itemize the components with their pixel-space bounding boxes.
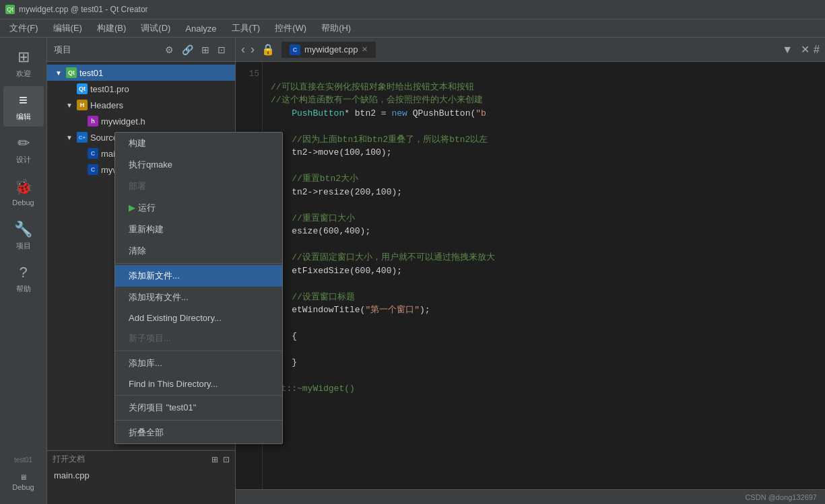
ctx-add-new[interactable]: 添加新文件...	[115, 265, 282, 287]
sidebar-label-edit: 编辑	[16, 112, 31, 122]
sidebar-bottom: test01 🖥 Debug	[0, 455, 46, 504]
open-docs-section: 打开文档 ⊞ ⊡ main.cpp	[47, 450, 235, 504]
sidebar-label-project: 项目	[16, 241, 31, 251]
tree-arrow-sources: ▼	[66, 134, 73, 141]
split-btn[interactable]: ⊡	[215, 43, 228, 57]
ctx-collapse-all[interactable]: 折叠全部	[115, 422, 282, 443]
pro-icon: Qt	[77, 83, 88, 94]
ctx-new-subproject: 新子项目...	[115, 328, 282, 349]
sidebar-item-help[interactable]: ? 帮助	[3, 258, 44, 299]
context-menu-overlay: 构建 执行qmake 部署 ▶运行 重新构建 清除 添加新文件... 添加现有文…	[114, 132, 283, 444]
menu-file[interactable]: 文件(F)	[3, 20, 45, 36]
window-title: mywidget.cpp @ test01 - Qt Creator	[19, 5, 148, 14]
tree-item-root[interactable]: ▼ Qt test01	[47, 65, 235, 81]
menu-bar: 文件(F) 编辑(E) 构建(B) 调试(D) Analyze 工具(T) 控件…	[0, 19, 825, 38]
ctx-sep4	[115, 420, 282, 421]
sidebar-bottom-debug[interactable]: 🖥 Debug	[3, 465, 44, 499]
ctx-clean[interactable]: 清除	[115, 240, 282, 262]
ctx-qmake[interactable]: 执行qmake	[115, 154, 282, 176]
editor-area: ‹ › 🔒 C mywidget.cpp ✕ ▼ ✕ # 15	[236, 38, 825, 504]
menu-build[interactable]: 构建(B)	[90, 20, 133, 36]
ctx-add-existing[interactable]: 添加现有文件...	[115, 287, 282, 308]
ctx-run[interactable]: ▶运行	[115, 197, 282, 219]
context-menu: 构建 执行qmake 部署 ▶运行 重新构建 清除 添加新文件... 添加现有文…	[114, 132, 283, 444]
left-sidebar: ⊞ 欢迎 ≡ 编辑 ✏ 设计 🐞 Debug 🔧 项目 ? 帮助 test01 …	[0, 38, 47, 504]
run-icon: ▶	[129, 203, 135, 213]
tree-arrow-root: ▼	[55, 69, 62, 77]
tree-label-mywidgeth: mywidget.h	[101, 116, 145, 127]
editor-back-btn[interactable]: ‹	[241, 42, 245, 57]
add-btn[interactable]: ⊞	[199, 43, 212, 57]
sidebar-label-welcome: 欢迎	[16, 69, 31, 79]
ctx-sep1	[115, 263, 282, 264]
tree-label-pro: test01.pro	[90, 84, 129, 94]
filter-btn[interactable]: ⚙	[162, 43, 176, 57]
tree-item-headers[interactable]: ▼ H Headers	[47, 97, 235, 113]
editor-tabs: ‹ › 🔒 C mywidget.cpp ✕ ▼ ✕ #	[236, 38, 825, 62]
tree-item-pro[interactable]: Qt test01.pro	[47, 81, 235, 97]
tab-cpp-icon: C	[290, 44, 300, 55]
menu-debug[interactable]: 调试(D)	[134, 20, 177, 36]
open-docs-split[interactable]: ⊡	[223, 455, 230, 464]
sidebar-label-debug: Debug	[12, 199, 34, 207]
open-doc-main[interactable]: main.cpp	[47, 468, 235, 483]
sidebar-label-design: 设计	[16, 155, 31, 165]
tree-label-headers: Headers	[90, 100, 123, 110]
editor-lock-btn[interactable]: 🔒	[261, 43, 275, 56]
project-title: 项目	[54, 44, 71, 56]
sidebar-label-help: 帮助	[16, 284, 31, 294]
design-icon: ✏	[18, 135, 30, 152]
ctx-sep3	[115, 395, 282, 396]
tree-arrow-headers: ▼	[66, 102, 73, 109]
status-bar: CSDN @dong132697	[236, 489, 825, 504]
nav-dropdown-btn[interactable]: ▼	[778, 42, 797, 57]
editor-close-btn[interactable]: ✕	[801, 43, 810, 56]
debug-icon: 🐞	[14, 178, 32, 196]
headers-folder-icon: H	[77, 100, 88, 110]
project-icon: 🔧	[14, 221, 32, 238]
ctx-add-lib[interactable]: 添加库...	[115, 353, 282, 374]
code-content[interactable]: //可以直接在实例化按钮对象时给出按钮文本和按钮 //这个构造函数有一个缺陷，会…	[263, 62, 825, 489]
monitor-icon: 🖥	[20, 473, 27, 481]
cpp-icon-main: C	[88, 148, 98, 159]
tree-item-mywidgeth[interactable]: h mywidget.h	[47, 113, 235, 129]
menu-edit[interactable]: 编辑(E)	[46, 20, 89, 36]
code-area[interactable]: 15 36	[236, 62, 825, 489]
ctx-rebuild[interactable]: 重新构建	[115, 219, 282, 240]
ctx-build[interactable]: 构建	[115, 133, 282, 154]
ctx-sep2	[115, 351, 282, 351]
menu-controls[interactable]: 控件(W)	[268, 20, 313, 36]
status-right: CSDN @dong132697	[745, 493, 817, 501]
sidebar-item-welcome[interactable]: ⊞ 欢迎	[3, 43, 44, 83]
sidebar-item-debug[interactable]: 🐞 Debug	[3, 172, 44, 213]
help-icon: ?	[19, 264, 27, 281]
editor-forward-btn[interactable]: ›	[251, 42, 255, 57]
sidebar-item-edit[interactable]: ≡ 编辑	[3, 86, 44, 127]
tab-label: mywidget.cpp	[304, 44, 358, 55]
link-btn[interactable]: 🔗	[179, 43, 196, 57]
title-bar: Qt mywidget.cpp @ test01 - Qt Creator	[0, 0, 825, 19]
editor-split-btn[interactable]: #	[814, 44, 820, 56]
menu-help[interactable]: 帮助(H)	[315, 20, 358, 36]
tab-close-btn[interactable]: ✕	[362, 45, 368, 54]
sidebar-item-project[interactable]: 🔧 项目	[3, 215, 44, 256]
sources-folder-icon: C+	[77, 132, 88, 143]
ctx-find-dir[interactable]: Find in This Directory...	[115, 374, 282, 394]
app-icon: Qt	[5, 5, 15, 14]
project-panel-header: 项目 ⚙ 🔗 ⊞ ⊡	[47, 38, 235, 62]
ctx-close-project[interactable]: 关闭项目 "test01"	[115, 397, 282, 419]
open-docs-add[interactable]: ⊞	[211, 455, 218, 464]
project-header-actions: ⚙ 🔗 ⊞ ⊡	[162, 43, 228, 57]
sidebar-item-design[interactable]: ✏ 设计	[3, 129, 44, 170]
debug-bottom-label: Debug	[12, 483, 34, 491]
menu-tools[interactable]: 工具(T)	[225, 20, 267, 36]
editor-tab-mywidget[interactable]: C mywidget.cpp ✕	[282, 42, 376, 58]
project-panel: 项目 ⚙ 🔗 ⊞ ⊡ ▼ Qt test01 Qt test01.pro	[47, 38, 236, 504]
ctx-add-dir[interactable]: Add Existing Directory...	[115, 308, 282, 328]
welcome-icon: ⊞	[18, 48, 30, 66]
open-docs-header: 打开文档 ⊞ ⊡	[47, 451, 235, 468]
cpp-icon-mywidget: C	[88, 164, 98, 175]
project-bottom-label: test01	[7, 455, 39, 465]
menu-analyze[interactable]: Analyze	[178, 22, 223, 36]
h-icon: h	[88, 116, 98, 127]
